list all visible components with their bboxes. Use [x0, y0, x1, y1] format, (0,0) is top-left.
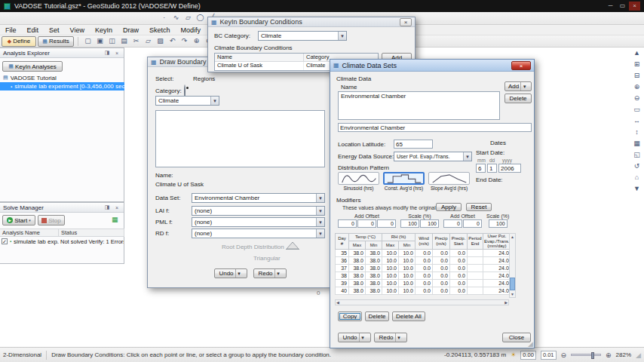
value-cell[interactable]: 38.0: [366, 264, 382, 272]
value-cell[interactable]: 0.0: [433, 264, 450, 272]
rh-max-header[interactable]: Max: [382, 241, 399, 249]
menu-set[interactable]: Set: [44, 26, 65, 35]
value-cell[interactable]: 0.0: [450, 272, 468, 279]
undo-button[interactable]: Undo▼: [338, 333, 371, 342]
modifier-input[interactable]: 0: [443, 219, 462, 228]
value-cell[interactable]: 10.0: [399, 264, 416, 272]
pin-icon[interactable]: ◨: [103, 50, 111, 56]
zoom-slider[interactable]: [571, 354, 601, 356]
draw-circle-icon[interactable]: ◯: [195, 13, 206, 23]
value-cell[interactable]: 0.0: [450, 287, 468, 294]
stop-button[interactable]: Stop: [38, 215, 65, 225]
modifier-input[interactable]: 0: [463, 219, 482, 228]
pattern-slope-avgd[interactable]: Slope Avg'd (hrs): [428, 172, 470, 191]
zoom-out-alt-icon[interactable]: ⊖: [631, 94, 642, 104]
start-year-input[interactable]: 2006: [498, 164, 521, 173]
value-cell[interactable]: 0.0: [416, 272, 433, 279]
value-cell[interactable]: 0.0: [433, 279, 450, 287]
value-cell[interactable]: [468, 249, 483, 256]
close-dialog-button[interactable]: ×: [511, 61, 531, 70]
bc-listbox[interactable]: [155, 110, 325, 167]
climate-data-list[interactable]: Environmental Chamber: [338, 91, 500, 120]
tree-item-analysis[interactable]: ▪ simulate lab experiment [0-3,456,000 s…: [0, 82, 124, 90]
zoom-page-icon[interactable]: ▭: [631, 105, 642, 115]
menu-draw[interactable]: Draw: [118, 26, 144, 35]
redo-button[interactable]: Redo▼: [253, 268, 287, 278]
copy-icon[interactable]: ▱: [143, 36, 154, 47]
window-resize-grip[interactable]: ◢: [636, 351, 641, 359]
delete-climate-button[interactable]: Delete: [504, 94, 532, 103]
pml-dropdown[interactable]: (none)▼: [192, 217, 325, 227]
value-cell[interactable]: 0.0: [433, 249, 450, 256]
reset-button[interactable]: Reset: [466, 203, 492, 211]
apply-button[interactable]: Apply: [436, 203, 462, 211]
grid-toggle-icon[interactable]: ▦: [631, 139, 642, 149]
close-window-button[interactable]: ×: [629, 2, 640, 11]
lai-dropdown[interactable]: (none)▼: [192, 206, 325, 216]
menu-sketch[interactable]: Sketch: [144, 26, 176, 35]
period-end-header[interactable]: Period End: [468, 234, 483, 250]
home-view-icon[interactable]: ⌂: [631, 173, 642, 183]
menu-keyin[interactable]: KeyIn: [90, 26, 118, 35]
undo-icon[interactable]: ↶: [167, 36, 178, 47]
value-cell[interactable]: 0.0: [416, 287, 433, 294]
value-cell[interactable]: 38.0: [366, 287, 382, 294]
paste-icon[interactable]: ▨: [155, 36, 166, 47]
zoom-in-alt-icon[interactable]: ⊕: [631, 82, 642, 93]
draw-spline-icon[interactable]: ∿: [170, 13, 182, 23]
add-climate-button[interactable]: Add▼: [504, 81, 532, 91]
value-cell[interactable]: 10.0: [382, 272, 399, 279]
value-cell[interactable]: 24.0: [483, 272, 511, 279]
scroll-up-icon[interactable]: ▲: [510, 235, 515, 239]
pin-icon[interactable]: ◨: [103, 204, 111, 210]
maximize-button[interactable]: ▭: [617, 2, 628, 11]
value-cell[interactable]: 10.0: [382, 256, 399, 264]
grid-x-field[interactable]: 0.00: [520, 351, 536, 360]
delete-all-button[interactable]: Delete All: [392, 311, 425, 321]
latitude-input[interactable]: 65: [394, 140, 433, 149]
value-cell[interactable]: 0.0: [450, 249, 468, 256]
print-icon[interactable]: ▤: [118, 36, 130, 47]
temp-group-header[interactable]: Temp (°C): [349, 234, 382, 241]
value-cell[interactable]: 0.0: [433, 287, 450, 294]
open-file-icon[interactable]: ▣: [94, 36, 106, 47]
minimize-button[interactable]: ─: [605, 2, 616, 11]
value-cell[interactable]: 38.0: [349, 256, 366, 264]
value-cell[interactable]: 24.0: [483, 264, 511, 272]
value-cell[interactable]: [468, 287, 483, 294]
value-cell[interactable]: 0.0: [450, 256, 468, 264]
zoom-slider-thumb[interactable]: [591, 352, 594, 359]
value-cell[interactable]: 0.0: [416, 264, 433, 272]
value-cell[interactable]: 38.0: [349, 264, 366, 272]
close-dialog-icon[interactable]: ×: [400, 18, 412, 26]
value-cell[interactable]: [468, 256, 483, 264]
table-vertical-scrollbar[interactable]: ▲ ▼: [509, 233, 516, 298]
modifier-input[interactable]: 100: [489, 219, 508, 228]
start-month-input[interactable]: 6: [476, 164, 486, 173]
column-name[interactable]: Name: [215, 54, 304, 61]
value-cell[interactable]: 38.0: [349, 249, 366, 256]
climate-dialog-titlebar[interactable]: ▦ Climate Data Sets ×: [330, 60, 534, 72]
close-button[interactable]: Close: [502, 333, 531, 342]
value-cell[interactable]: 38.0: [366, 279, 382, 287]
value-cell[interactable]: 0.0: [433, 272, 450, 279]
value-cell[interactable]: 0.0: [416, 249, 433, 256]
value-cell[interactable]: 10.0: [382, 287, 399, 294]
close-panel-icon[interactable]: ×: [113, 51, 121, 56]
value-cell[interactable]: 10.0: [399, 249, 416, 256]
wind-header[interactable]: Wind (m/s): [416, 234, 433, 250]
category-dropdown[interactable]: Climate▼: [155, 96, 219, 106]
zoom-in-icon[interactable]: ⊕: [606, 351, 612, 359]
value-cell[interactable]: 38.0: [366, 256, 382, 264]
pattern-const-avgd[interactable]: Const. Avg'd (hrs): [383, 172, 425, 191]
table-horizontal-scrollbar[interactable]: ◀ ▶: [335, 299, 509, 305]
day-cell[interactable]: 38: [336, 272, 349, 279]
value-cell[interactable]: 24.0: [483, 249, 511, 256]
value-cell[interactable]: 10.0: [382, 264, 399, 272]
tree-item-root[interactable]: ▤ VADOSE Tutorial: [3, 74, 122, 81]
value-cell[interactable]: 0.0: [450, 264, 468, 272]
value-cell[interactable]: [468, 272, 483, 279]
day-header[interactable]: Day #: [336, 234, 349, 250]
value-cell[interactable]: 10.0: [382, 249, 399, 256]
value-cell[interactable]: 38.0: [366, 249, 382, 256]
